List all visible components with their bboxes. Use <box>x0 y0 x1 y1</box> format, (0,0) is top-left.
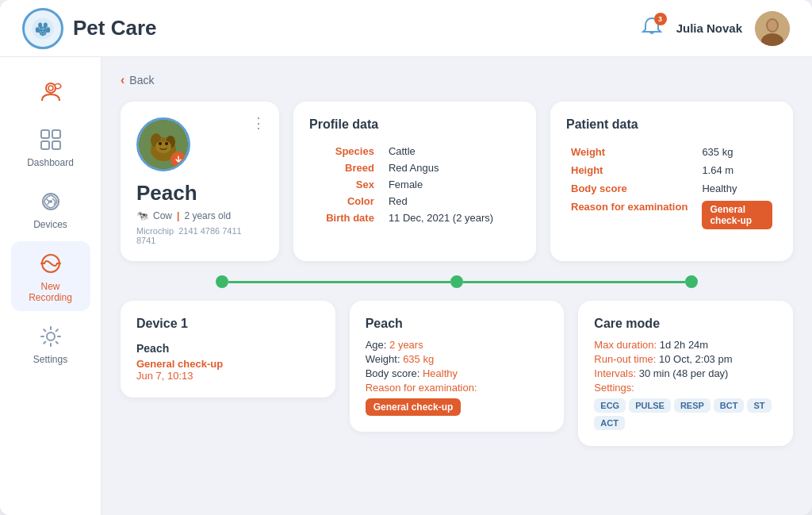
breadcrumb[interactable]: ‹ Back <box>121 73 793 87</box>
timeline-dot-1 <box>216 275 228 288</box>
cards-row-2: Device 1 Peach General check-up Jun 7, 1… <box>121 279 793 446</box>
care-tag-act: ACT <box>594 416 625 430</box>
sidebar-item-vet[interactable] <box>11 70 90 114</box>
summary-bodyscore: Body score: Healthy <box>366 367 549 379</box>
profile-species-value: Cattle <box>384 143 520 159</box>
devices-icon <box>36 187 65 216</box>
download-icon[interactable] <box>170 152 186 167</box>
table-row: Height 1.64 m <box>566 161 777 179</box>
profile-breed-value: Red Angus <box>384 159 520 176</box>
patient-card-title: Patient data <box>566 117 777 132</box>
caremode-title: Care mode <box>594 317 777 331</box>
patient-bodyscore-value: Healthy <box>697 179 777 198</box>
more-options-icon[interactable]: ⋮ <box>251 114 266 132</box>
sidebar-item-settings-label: Settings <box>33 354 67 365</box>
caremode-runout: Run-out time: 10 Oct, 2:03 pm <box>594 353 777 365</box>
patient-weight-label: Weight <box>566 143 697 161</box>
profile-species-label: Species <box>309 143 384 159</box>
sidebar-item-dashboard[interactable]: Dashboard <box>11 117 90 176</box>
pet-species: Cow <box>153 210 172 221</box>
svg-point-27 <box>155 140 171 153</box>
caremode-card: Care mode Max duration: 1d 2h 24m Run-ou… <box>578 279 793 446</box>
recording-icon <box>36 249 65 278</box>
profile-card: Profile data Species Cattle Breed Red An… <box>293 102 536 261</box>
care-tag-resp: RESP <box>674 398 710 413</box>
svg-rect-16 <box>52 130 60 138</box>
timeline-dot-2 <box>450 275 463 288</box>
profile-breed-label: Breed <box>309 159 384 176</box>
app-logo <box>22 8 63 49</box>
back-chevron-icon: ‹ <box>121 73 124 87</box>
profile-card-title: Profile data <box>309 117 520 132</box>
caremode-settings-label: Settings: <box>594 382 777 394</box>
table-row: Color Red <box>309 193 520 209</box>
summary-card: Peach Age: 2 years Weight: 635 kg Body s… <box>350 279 565 446</box>
reason-badge: General check-up <box>702 201 772 229</box>
profile-sex-value: Female <box>384 176 520 193</box>
device-sub-date: Jun 7, 10:13 <box>136 370 320 382</box>
settings-icon <box>36 322 65 351</box>
patient-reason-label: Reason for examination <box>566 198 697 233</box>
patient-card: Patient data Weight 635 kg Height 1.64 m <box>550 102 793 261</box>
patient-table: Weight 635 kg Height 1.64 m Body score H… <box>566 143 777 233</box>
separator: | <box>177 210 179 221</box>
pet-avatar <box>136 117 190 171</box>
patient-height-label: Height <box>566 161 697 179</box>
svg-rect-18 <box>52 141 60 149</box>
pet-age: 2 years old <box>184 210 231 221</box>
dashboard-icon <box>36 125 65 154</box>
table-row: Breed Red Angus <box>309 159 520 176</box>
timeline-line-2 <box>463 281 685 283</box>
svg-point-28 <box>159 142 162 145</box>
svg-point-30 <box>160 137 167 142</box>
profile-color-label: Color <box>309 193 384 209</box>
profile-color-value: Red <box>384 193 520 209</box>
sidebar-item-recording-label: NewRecording <box>29 281 72 303</box>
table-row: Species Cattle <box>309 143 520 159</box>
caremode-intervals: Intervals: 30 min (48 per day) <box>594 367 777 379</box>
sidebar-item-devices[interactable]: Devices <box>11 179 90 238</box>
pet-species-row: 🐄 Cow | 2 years old <box>136 210 263 221</box>
svg-point-8 <box>44 29 45 31</box>
sidebar-item-new-recording[interactable]: NewRecording <box>11 241 90 311</box>
notification-button[interactable]: 3 <box>640 16 664 41</box>
svg-point-12 <box>768 20 777 31</box>
profile-table: Species Cattle Breed Red Angus Sex Femal… <box>309 143 520 226</box>
timeline-section: Device 1 Peach General check-up Jun 7, 1… <box>121 275 793 446</box>
avatar[interactable] <box>755 11 790 46</box>
summary-reason-badge: General check-up <box>366 398 462 416</box>
content-area: ‹ Back ⋮ <box>102 57 812 515</box>
timeline-dot-3 <box>685 275 698 288</box>
sidebar-item-settings[interactable]: Settings <box>11 314 90 373</box>
svg-point-13 <box>46 83 56 93</box>
care-tag-ecg: ECG <box>594 398 626 413</box>
svg-point-20 <box>49 200 52 203</box>
timeline-row <box>121 275 793 288</box>
profile-sex-label: Sex <box>309 176 384 193</box>
summary-badge: General check-up <box>366 398 549 416</box>
svg-point-22 <box>47 332 55 340</box>
caremode-maxduration: Max duration: 1d 2h 24m <box>594 339 777 351</box>
care-tag-pulse: PULSE <box>629 398 671 413</box>
breadcrumb-label: Back <box>129 74 154 86</box>
table-row: Reason for examination General check-up <box>566 198 777 233</box>
summary-weight: Weight: 635 kg <box>366 353 549 365</box>
device-card: Device 1 Peach General check-up Jun 7, 1… <box>121 279 335 446</box>
header-right: 3 Julia Novak <box>640 11 790 46</box>
svg-rect-17 <box>41 141 49 149</box>
cards-row-1: ⋮ <box>121 102 793 261</box>
table-row: Sex Female <box>309 176 520 193</box>
device-card-title: Device 1 <box>136 317 320 331</box>
table-row: Weight 635 kg <box>566 143 777 161</box>
notification-badge: 3 <box>654 13 667 25</box>
summary-card-title: Peach <box>366 317 549 331</box>
pet-species-icon: 🐄 <box>136 210 148 221</box>
patient-reason-value: General check-up <box>697 198 777 233</box>
device-sub-reason: General check-up <box>136 358 320 370</box>
svg-point-14 <box>48 86 53 90</box>
sidebar-item-dashboard-label: Dashboard <box>27 157 74 168</box>
pet-name: Peach <box>136 181 263 206</box>
device-sub-name: Peach <box>136 342 320 355</box>
svg-point-7 <box>40 29 42 31</box>
main-layout: Dashboard Devices <box>0 57 812 515</box>
